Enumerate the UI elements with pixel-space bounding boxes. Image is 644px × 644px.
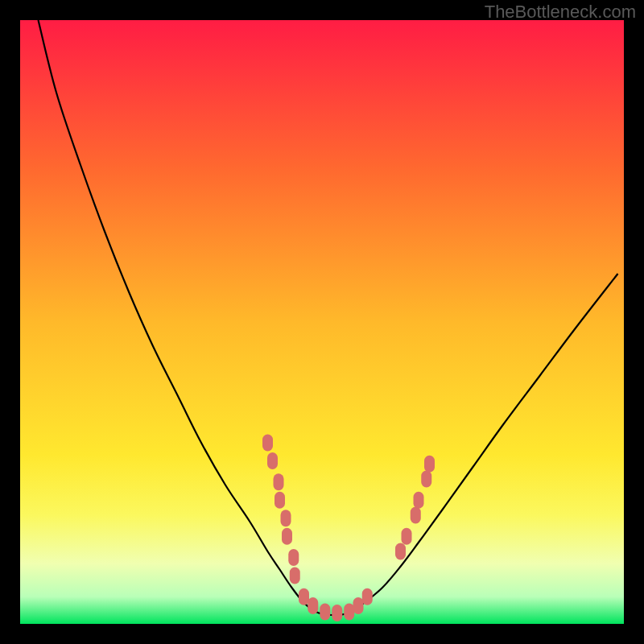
dot-marker [320, 604, 330, 621]
dot-marker [308, 597, 318, 614]
dot-marker [275, 492, 285, 509]
dot-marker [421, 471, 431, 488]
dot-marker [262, 435, 273, 452]
dot-marker [362, 588, 373, 605]
dot-marker [402, 528, 412, 545]
dot-marker [424, 456, 435, 473]
dot-marker [281, 510, 291, 526]
dot-marker [290, 568, 300, 584]
bottleneck-chart [20, 20, 624, 624]
chart-frame [20, 20, 624, 624]
dot-marker [282, 528, 292, 545]
dot-marker [395, 543, 406, 560]
dot-marker [274, 473, 284, 490]
dot-marker [288, 549, 299, 566]
watermark-label: TheBottleneck.com [485, 2, 636, 23]
gradient-background [20, 20, 624, 624]
dot-marker [332, 605, 342, 621]
dot-marker [411, 507, 421, 524]
dot-marker [267, 452, 278, 469]
dot-marker [344, 604, 354, 621]
dot-marker [353, 597, 364, 614]
dot-marker [299, 588, 309, 605]
dot-marker [414, 492, 424, 509]
